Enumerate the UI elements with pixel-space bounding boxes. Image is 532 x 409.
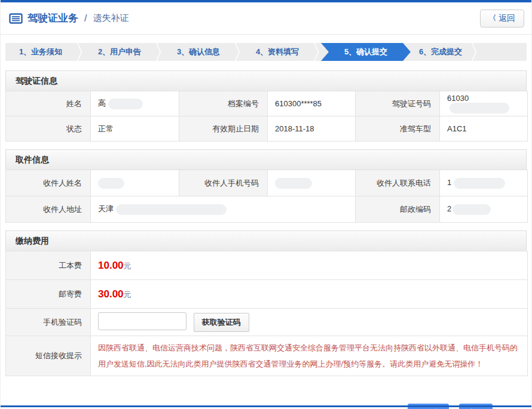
postcode-label: 邮政编码 — [356, 196, 440, 223]
table-row: 邮寄费 30.00元 — [6, 280, 528, 309]
step-progress-bar: 1、业务须知 2、用户申告 3、确认信息 4、资料填写 5、确认提交 6、完成提… — [5, 43, 527, 61]
redacted-text — [450, 103, 509, 113]
sms-code-cell: 获取验证码 — [91, 309, 528, 336]
sms-code-input[interactable] — [98, 312, 186, 330]
section-title-license: 驾驶证信息 — [5, 70, 527, 91]
postcode-value: 2 — [440, 196, 528, 223]
sms-code-label: 手机验证码 — [6, 309, 91, 336]
sms-notice-label: 短信接收提示 — [6, 336, 91, 376]
redacted-text — [108, 99, 143, 109]
post-fee-amount: 30.00 — [98, 288, 124, 300]
step-6-complete-submit: 6、完成提交 — [411, 43, 470, 61]
work-fee-label: 工本费 — [6, 251, 91, 280]
step-1-business-notes: 1、业务须知 — [5, 43, 76, 61]
chevron-left-icon: 〈 — [489, 13, 496, 23]
fees-table: 工本费 10.00元 邮寄费 30.00元 手机验证码 获取验证码 短信接收提示… — [5, 251, 528, 376]
page: 驾驶证业务 / 遗失补证 〈 返回 1、业务须知 2、用户申告 3、确认信息 4… — [0, 0, 532, 409]
recipient-name-value — [91, 170, 179, 196]
file-number-value: 610300****85 — [268, 91, 356, 116]
work-fee-value: 10.00元 — [91, 251, 528, 280]
status-value: 正常 — [91, 116, 179, 142]
list-icon — [9, 13, 23, 24]
sms-notice-text: 因陕西省联通、电信运营商技术问题，陕西省互联网交通安全综合服务管理平台无法向持陕… — [91, 336, 528, 376]
breadcrumb-current: 遗失补证 — [93, 13, 129, 24]
step-separator-icon — [76, 43, 84, 61]
license-info-table: 姓名 高 档案编号 610300****85 驾驶证号码 61030 状态 正常… — [5, 91, 528, 142]
section-title-fees: 缴纳费用 — [5, 230, 527, 251]
step-separator-icon — [234, 43, 242, 61]
name-value: 高 — [91, 91, 179, 116]
expiry-date-value: 2018-11-18 — [268, 116, 356, 142]
step-2-user-declaration: 2、用户申告 — [84, 43, 155, 61]
post-fee-value: 30.00元 — [91, 280, 528, 309]
redacted-text — [116, 204, 227, 215]
license-number-label: 驾驶证号码 — [356, 91, 440, 116]
table-row: 收件人姓名 收件人手机号码 收件人联系电话 1 — [6, 170, 528, 196]
step-separator-icon — [470, 43, 479, 61]
recipient-phone-value: 1 — [440, 170, 528, 196]
expiry-date-label: 有效期止日期 — [179, 116, 268, 142]
vehicle-class-value: A1C1 — [440, 116, 528, 142]
back-button[interactable]: 〈 返回 — [480, 10, 524, 27]
work-fee-unit: 元 — [124, 262, 132, 270]
table-row: 收件人地址 天津 邮政编码 2 — [6, 196, 528, 223]
breadcrumb-separator: / — [84, 13, 87, 24]
step-separator-icon — [313, 43, 321, 61]
pickup-info-table: 收件人姓名 收件人手机号码 收件人联系电话 1 收件人地址 天津 邮政编码 2 — [5, 170, 528, 223]
table-row: 工本费 10.00元 — [6, 251, 528, 280]
redacted-text — [275, 178, 312, 189]
table-row: 短信接收提示 因陕西省联通、电信运营商技术问题，陕西省互联网交通安全综合服务管理… — [6, 336, 528, 376]
get-sms-code-button[interactable]: 获取验证码 — [194, 313, 249, 332]
section-license-info: 驾驶证信息 姓名 高 档案编号 610300****85 驾驶证号码 61030… — [5, 70, 527, 142]
page-header: 驾驶证业务 / 遗失补证 〈 返回 — [1, 2, 531, 35]
work-fee-amount: 10.00 — [98, 260, 124, 271]
recipient-mobile-label: 收件人手机号码 — [179, 170, 268, 196]
recipient-mobile-value — [268, 170, 356, 196]
status-label: 状态 — [6, 116, 91, 142]
file-number-label: 档案编号 — [179, 91, 268, 116]
page-title: 驾驶证业务 — [27, 11, 78, 25]
table-row: 手机验证码 获取验证码 — [6, 309, 528, 336]
section-title-pickup: 取件信息 — [5, 149, 527, 170]
step-separator-icon — [155, 43, 163, 61]
recipient-address-label: 收件人地址 — [6, 196, 91, 223]
breadcrumb: 驾驶证业务 / 遗失补证 — [9, 11, 129, 25]
recipient-name-label: 收件人姓名 — [6, 170, 91, 196]
redacted-text — [98, 178, 124, 189]
step-3-confirm-info: 3、确认信息 — [163, 43, 234, 61]
redacted-text — [452, 204, 491, 215]
step-4-fill-materials: 4、资料填写 — [242, 43, 313, 61]
table-row: 姓名 高 档案编号 610300****85 驾驶证号码 61030 — [6, 91, 528, 116]
post-fee-label: 邮寄费 — [6, 280, 91, 309]
license-number-value: 61030 — [440, 91, 528, 116]
section-fees: 缴纳费用 工本费 10.00元 邮寄费 30.00元 手机验证码 获取验证码 短… — [5, 230, 527, 376]
post-fee-unit: 元 — [124, 290, 132, 299]
section-pickup-info: 取件信息 收件人姓名 收件人手机号码 收件人联系电话 1 收件人地址 天津 邮政… — [5, 149, 527, 223]
redacted-text — [454, 178, 505, 189]
step-bar-filler — [479, 43, 527, 61]
recipient-phone-label: 收件人联系电话 — [356, 170, 440, 196]
bottom-accent-bar — [1, 405, 531, 407]
table-row: 状态 正常 有效期止日期 2018-11-18 准驾车型 A1C1 — [6, 116, 528, 142]
step-5-confirm-submit-active: 5、确认提交 — [321, 43, 411, 61]
name-label: 姓名 — [6, 91, 91, 116]
vehicle-class-label: 准驾车型 — [356, 116, 440, 142]
recipient-address-value: 天津 — [91, 196, 356, 223]
back-button-label: 返回 — [499, 13, 515, 24]
